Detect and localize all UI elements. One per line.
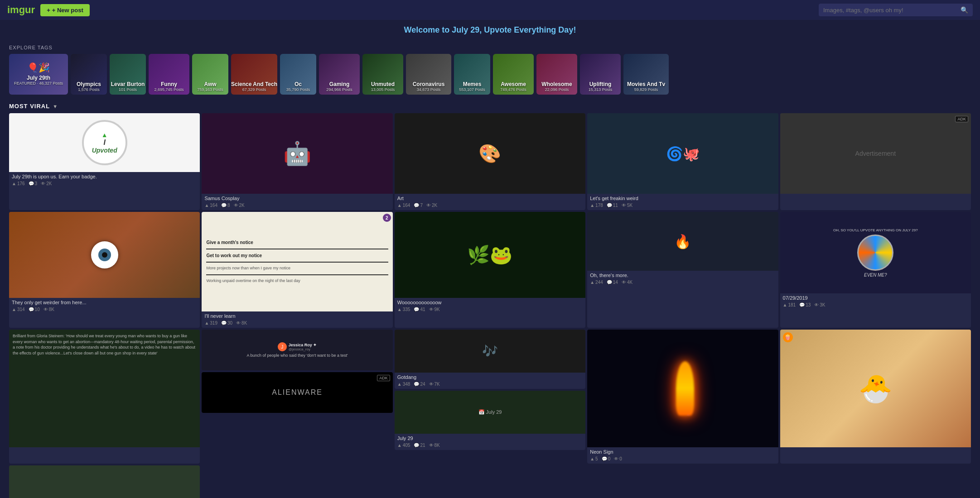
post-ie-stats: ▲181 💬13 👁3K: [780, 302, 971, 310]
tag-awesome[interactable]: Awesome 749,476 Posts: [493, 54, 534, 95]
most-viral-label: MOST VIRAL: [9, 103, 50, 110]
post-oh-more[interactable]: 🔥 Oh, there's more. ▲244 💬14 👁4K: [587, 212, 778, 328]
jessica-post-title: A bunch of people who said they 'don't w…: [246, 353, 348, 358]
post-weird[interactable]: 🌀🐙 Let's get freakin weird ▲178 💬11 👁5K: [587, 113, 778, 210]
jessica-handle: @jessica_roy: [289, 347, 317, 351]
notice-upvotes: 319: [210, 321, 217, 326]
tag-movies[interactable]: Movies And Tv 59,829 Posts: [623, 54, 669, 95]
view-icon: 👁: [41, 181, 45, 186]
view-icon-ne: 👁: [614, 456, 618, 461]
logo[interactable]: imgur: [7, 4, 35, 16]
most-viral-dropdown[interactable]: ▼: [53, 104, 58, 109]
tag-corona[interactable]: Coronavirus 34,673 Posts: [406, 54, 451, 95]
post-july29[interactable]: 📅 July 29 July 29 ▲405 💬21 👁8K: [395, 391, 585, 450]
tag-levar[interactable]: Levar Burton 101 Posts: [110, 54, 146, 95]
tag-aww[interactable]: Aww 759,163 Posts: [192, 54, 228, 95]
post-jessica[interactable]: J Jessica Roy ✦ @jessica_roy A bunch of …: [202, 330, 392, 370]
ie-meme-text2: EVEN ME?: [864, 273, 887, 278]
post-samus[interactable]: 🤖 Samus Cosplay ▲164 💬8 👁2K: [202, 113, 392, 210]
post-oh-more-image: 🔥: [587, 212, 778, 271]
ad-badge-1: ADK: [955, 116, 968, 122]
pumpkin-pupil: [98, 249, 111, 261]
search-button[interactable]: 🔍: [961, 6, 968, 14]
tag-olympics[interactable]: Olympics 1,576 Posts: [71, 54, 107, 95]
tag-uplifting[interactable]: Uplifting 15,313 Posts: [580, 54, 621, 95]
post-alienware[interactable]: ALIENWARE ADK: [202, 372, 392, 413]
comment-icon-ne: 💬: [602, 456, 607, 461]
post-neon-stats: ▲5 💬0 👁0: [587, 455, 778, 464]
comment-icon-p: 💬: [29, 307, 34, 312]
ie-upvotes: 181: [788, 302, 796, 307]
search-input[interactable]: [823, 7, 961, 14]
tag-july29[interactable]: 🎈🎉 July 29th FEATURED · 46,327 Posts: [9, 54, 68, 95]
plus-icon: +: [47, 7, 50, 14]
tag-awesome-sub: 749,476 Posts: [500, 87, 526, 92]
upvote-icon-g: ▲: [397, 382, 402, 387]
tag-funny[interactable]: Funny 2,695,745 Posts: [149, 54, 189, 95]
new-post-button[interactable]: + + New post: [40, 4, 90, 16]
post-neon-title: Neon Sign: [587, 447, 778, 455]
view-icon-wo: 👁: [429, 307, 434, 312]
ad-badge-aw: ADK: [377, 375, 390, 381]
post-pumpkin[interactable]: They only get weirder from here... ▲314 …: [9, 212, 200, 328]
posts-grid: ▲ I Upvoted July 29th is upon us. Earn y…: [0, 113, 980, 498]
post-neon[interactable]: Neon Sign ▲5 💬0 👁0: [587, 330, 778, 464]
pumpkin-pupil-inner: [102, 252, 107, 258]
post-july29-stats: ▲405 💬21 👁8K: [395, 442, 585, 450]
view-icon-j: 👁: [429, 443, 434, 448]
gotdang-comments: 24: [420, 382, 425, 387]
tag-scitech-name: Science And Tech: [231, 81, 277, 87]
post-wooo[interactable]: 🌿🐸 Wooooooooooooow ▲335 💬41 👁9K: [395, 212, 585, 328]
post-art[interactable]: 🎨 Art ▲164 💬7 👁2K: [395, 113, 585, 210]
post-gloria[interactable]: Brilliant from Gloria Steinem: 'How shou…: [9, 330, 200, 464]
tag-scitech[interactable]: Science And Tech 67,329 Posts: [231, 54, 277, 95]
tag-memes[interactable]: Memes 553,107 Posts: [454, 54, 490, 95]
tag-corona-sub: 34,673 Posts: [417, 87, 441, 92]
post-weird-stats: ▲178 💬11 👁5K: [587, 202, 778, 210]
samus-upvotes: 164: [210, 203, 217, 208]
neon-flame: [676, 361, 694, 416]
post-ad1[interactable]: Advertisement ADK: [780, 113, 971, 210]
oh-more-comments: 14: [613, 280, 618, 285]
comment-icon-om: 💬: [607, 280, 612, 285]
comment-icon-ie: 💬: [799, 302, 805, 307]
notice-views: 8K: [241, 321, 247, 326]
wooo-comments: 41: [420, 307, 425, 312]
weird-upvotes: 178: [595, 203, 603, 208]
tag-gaming[interactable]: Gaming 294,966 Posts: [319, 54, 360, 95]
post-upvote-badge[interactable]: ▲ I Upvoted July 29th is upon us. Earn y…: [9, 113, 200, 210]
notice-line2: Get to work out my notice: [206, 253, 262, 259]
post-july29-image: 📅 July 29: [395, 391, 585, 434]
post-ie-meme[interactable]: OH, SO YOU'LL UPVOTE ANYTHING ON JULY 29…: [780, 212, 971, 328]
post-gotdang-stats: ▲348 💬24 👁7K: [395, 381, 585, 389]
tag-memes-name: Memes: [463, 81, 482, 87]
upvote-icon-om: ▲: [590, 280, 594, 285]
post-hatched[interactable]: 🐣 🍿: [780, 330, 971, 464]
tag-wholesome[interactable]: Wholesome 22,096 Posts: [536, 54, 577, 95]
post-ad1-image: Advertisement: [780, 113, 971, 194]
jessica-avatar: J: [278, 342, 287, 351]
post-notice[interactable]: 2 Give a month's notice Get to work out …: [202, 212, 392, 328]
tag-scitech-sub: 67,329 Posts: [242, 87, 266, 92]
tag-levar-sub: 101 Posts: [119, 87, 137, 92]
post-gotdang[interactable]: 🎶 Gotdang ▲348 💬24 👁7K: [395, 330, 585, 389]
post-found-wild[interactable]: 🧟‍♀️ Found her in the wild ▲259 💬12 👁7K: [9, 465, 200, 498]
post-weird-title: Let's get freakin weird: [587, 194, 778, 202]
notice-line4: Working unpaid overtime on the night of …: [206, 278, 300, 284]
tag-unmuted[interactable]: Unmuted 13,005 Posts: [362, 54, 403, 95]
neon-upvotes: 5: [595, 456, 598, 461]
welcome-banner: Welcome to July 29, Upvote Everything Da…: [0, 20, 980, 40]
search-bar: 🔍: [819, 4, 973, 16]
tag-july29-sub: FEATURED · 46,327 Posts: [14, 81, 63, 86]
upvote-icon-w: ▲: [590, 203, 594, 208]
view-icon-n: 👁: [236, 321, 241, 326]
post-upvote-badge-title: July 29th is upon us. Earn your badge.: [9, 172, 200, 180]
post-gotdang-image: 🎶: [395, 330, 585, 373]
post-wooo-image: 🌿🐸: [395, 212, 585, 298]
tag-oc[interactable]: Oc 35,790 Posts: [280, 54, 316, 95]
comment-icon-s: 💬: [221, 203, 227, 208]
tag-unmuted-name: Unmuted: [371, 81, 395, 87]
pumpkin-upvotes: 314: [17, 307, 25, 312]
upvote-count: 176: [17, 181, 25, 186]
notice-badge: 2: [383, 214, 391, 222]
